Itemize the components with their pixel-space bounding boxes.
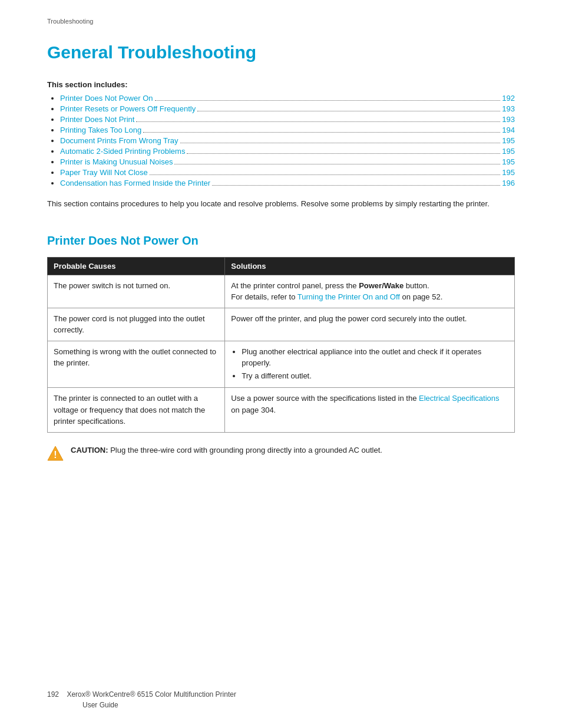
- toc-page: 193: [502, 104, 515, 113]
- solution-bullet: Plug another electrical appliance into t…: [242, 346, 508, 369]
- toc-item[interactable]: Condensation has Formed Inside the Print…: [60, 179, 515, 187]
- toc-page: 195: [502, 147, 515, 156]
- col-header-solutions: Solutions: [225, 257, 515, 275]
- page-title: General Troubleshooting: [47, 42, 515, 62]
- toc-link[interactable]: Paper Tray Will Not Close: [60, 168, 148, 177]
- solution-cell: Plug another electrical appliance into t…: [225, 341, 515, 388]
- solution-bullet: Try a different outlet.: [242, 370, 508, 382]
- footer-doc: User Guide: [82, 701, 118, 709]
- footer-page: 192: [47, 690, 59, 699]
- toc-page: 195: [502, 168, 515, 177]
- toc-item[interactable]: Printer Resets or Powers Off Frequently1…: [60, 104, 515, 113]
- toc-link[interactable]: Document Prints From Wrong Tray: [60, 136, 178, 145]
- cause-cell: The printer is connected to an outlet wi…: [48, 388, 225, 433]
- caution-text: CAUTION: Plug the three-wire cord with g…: [71, 444, 382, 456]
- toc-page: 195: [502, 136, 515, 145]
- toc-page: 193: [502, 115, 515, 124]
- toc-link[interactable]: Printer Resets or Powers Off Frequently: [60, 104, 196, 113]
- toc-page: 195: [502, 157, 515, 166]
- toc-item[interactable]: Paper Tray Will Not Close195: [60, 168, 515, 177]
- toc-link[interactable]: Printer Does Not Print: [60, 115, 134, 124]
- toc-link[interactable]: Printer Does Not Power On: [60, 94, 153, 103]
- caution-box: ! CAUTION: Plug the three-wire cord with…: [47, 444, 515, 462]
- toc-link[interactable]: Printing Takes Too Long: [60, 126, 141, 134]
- solution-cell: At the printer control panel, press the …: [225, 275, 515, 308]
- caution-icon: !: [47, 445, 64, 462]
- toc-item[interactable]: Printing Takes Too Long194: [60, 126, 515, 134]
- intro-text: This section contains procedures to help…: [47, 198, 515, 210]
- toc-page: 196: [502, 179, 515, 187]
- toc-page: 194: [502, 126, 515, 134]
- toc-link[interactable]: Automatic 2-Sided Printing Problems: [60, 147, 185, 156]
- table-row: The power switch is not turned on.At the…: [48, 275, 515, 308]
- solution-link[interactable]: Electrical Specifications: [419, 394, 500, 403]
- troubleshooting-table: Probable Causes Solutions The power swit…: [47, 257, 515, 433]
- toc-item[interactable]: Document Prints From Wrong Tray195: [60, 136, 515, 145]
- table-row: The printer is connected to an outlet wi…: [48, 388, 515, 433]
- toc-item[interactable]: Printer is Making Unusual Noises195: [60, 157, 515, 166]
- footer-product: Xerox® WorkCentre® 6515 Color Multifunct…: [67, 690, 236, 699]
- toc-item[interactable]: Printer Does Not Print193: [60, 115, 515, 124]
- section-title: Printer Does Not Power On: [47, 234, 515, 248]
- toc-list: Printer Does Not Power On192Printer Rese…: [47, 94, 515, 187]
- solution-cell: Use a power source with the specificatio…: [225, 388, 515, 433]
- caution-body: Plug the three-wire cord with grounding …: [108, 446, 382, 454]
- breadcrumb: Troubleshooting: [47, 18, 515, 25]
- footer: 192 Xerox® WorkCentre® 6515 Color Multif…: [47, 689, 236, 710]
- toc-item[interactable]: Automatic 2-Sided Printing Problems195: [60, 147, 515, 156]
- svg-text:!: !: [54, 450, 57, 460]
- col-header-causes: Probable Causes: [48, 257, 225, 275]
- caution-label: CAUTION:: [71, 446, 108, 454]
- section-includes-label: This section includes:: [47, 80, 515, 89]
- toc-link[interactable]: Condensation has Formed Inside the Print…: [60, 179, 210, 187]
- toc-page: 192: [502, 94, 515, 103]
- toc-link[interactable]: Printer is Making Unusual Noises: [60, 157, 173, 166]
- cause-cell: The power cord is not plugged into the o…: [48, 308, 225, 341]
- solution-link[interactable]: Turning the Printer On and Off: [297, 292, 400, 301]
- cause-cell: The power switch is not turned on.: [48, 275, 225, 308]
- table-row: Something is wrong with the outlet conne…: [48, 341, 515, 388]
- solution-cell: Power off the printer, and plug the powe…: [225, 308, 515, 341]
- toc-item[interactable]: Printer Does Not Power On192: [60, 94, 515, 103]
- table-row: The power cord is not plugged into the o…: [48, 308, 515, 341]
- cause-cell: Something is wrong with the outlet conne…: [48, 341, 225, 388]
